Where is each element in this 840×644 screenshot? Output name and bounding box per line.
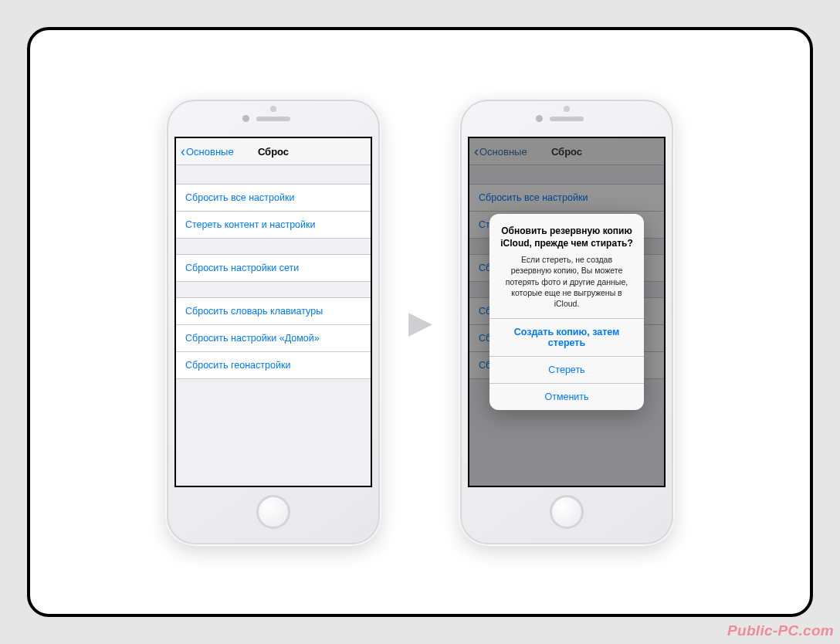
alert-message: Если стереть, не создав резервную копию,… bbox=[500, 254, 633, 309]
phone-top-bezel bbox=[165, 98, 381, 137]
illustration-frame: ‹ Основные Сброс Сбросить все настройки … bbox=[27, 27, 813, 617]
erase-confirm-alert: Обновить резервную копию iCloud, прежде … bbox=[489, 214, 644, 410]
back-label: Основные bbox=[186, 146, 234, 158]
home-button[interactable] bbox=[256, 495, 290, 529]
section-spacer bbox=[176, 165, 371, 184]
reset-home-layout[interactable]: Сбросить настройки «Домой» bbox=[176, 324, 371, 352]
reset-group-1: Сбросить все настройки Стереть контент и… bbox=[176, 184, 371, 239]
reset-group-3: Сбросить словарь клавиатуры Сбросить нас… bbox=[176, 297, 371, 379]
reset-keyboard-dictionary[interactable]: Сбросить словарь клавиатуры bbox=[176, 297, 371, 325]
alert-body: Обновить резервную копию iCloud, прежде … bbox=[489, 214, 644, 318]
backup-then-erase-button[interactable]: Создать копию, затем стереть bbox=[489, 318, 644, 356]
screen-right: ‹ Основные Сброс Сбросить все настройки … bbox=[468, 137, 666, 487]
home-button[interactable] bbox=[550, 495, 584, 529]
proximity-sensor-icon bbox=[564, 106, 570, 112]
nav-title: Сброс bbox=[258, 146, 289, 158]
reset-group-2: Сбросить настройки сети bbox=[176, 254, 371, 282]
erase-content-settings[interactable]: Стереть контент и настройки bbox=[176, 211, 371, 239]
chevron-left-icon: ‹ bbox=[181, 144, 185, 158]
screen-left: ‹ Основные Сброс Сбросить все настройки … bbox=[174, 137, 372, 487]
speaker-icon bbox=[256, 117, 290, 121]
proximity-sensor-icon bbox=[270, 106, 276, 112]
back-button[interactable]: ‹ Основные bbox=[181, 144, 234, 158]
front-camera-icon bbox=[242, 115, 249, 122]
speaker-icon bbox=[550, 117, 584, 121]
alert-title: Обновить резервную копию iCloud, прежде … bbox=[500, 225, 633, 249]
iphone-right: ‹ Основные Сброс Сбросить все настройки … bbox=[459, 98, 675, 546]
phone-row: ‹ Основные Сброс Сбросить все настройки … bbox=[30, 30, 810, 614]
erase-button[interactable]: Стереть bbox=[489, 356, 644, 383]
phone-top-bezel bbox=[459, 98, 675, 137]
step-arrow-icon: ▶ bbox=[405, 304, 435, 340]
cancel-button[interactable]: Отменить bbox=[489, 383, 644, 410]
reset-location-settings[interactable]: Сбросить геонастройки bbox=[176, 351, 371, 379]
iphone-left: ‹ Основные Сброс Сбросить все настройки … bbox=[165, 98, 381, 546]
reset-network-settings[interactable]: Сбросить настройки сети bbox=[176, 254, 371, 282]
watermark-text: Public-PC.com bbox=[727, 622, 834, 639]
reset-all-settings[interactable]: Сбросить все настройки bbox=[176, 184, 371, 212]
front-camera-icon bbox=[536, 115, 543, 122]
navigation-bar: ‹ Основные Сброс bbox=[176, 138, 371, 165]
modal-overlay: Обновить резервную копию iCloud, прежде … bbox=[469, 138, 664, 486]
